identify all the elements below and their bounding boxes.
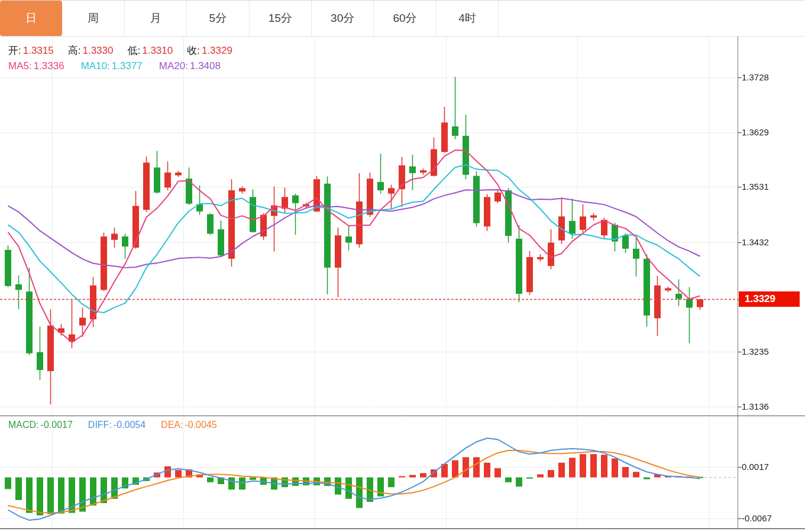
- axis-tick-label: 1.3531: [742, 181, 769, 192]
- axis-tick-label: -0.0067: [742, 513, 772, 523]
- tab-周[interactable]: 周: [62, 1, 124, 36]
- current-price-flag: 1.3329: [739, 291, 800, 307]
- tab-日[interactable]: 日: [0, 1, 62, 36]
- tab-5分[interactable]: 5分: [187, 1, 249, 36]
- axis-tick-label: 1.3728: [742, 72, 769, 82]
- axis-tick-label: 1.3432: [742, 237, 769, 247]
- axis-tick-label: 1.3136: [742, 401, 769, 411]
- current-price-value: 1.3329: [745, 293, 775, 304]
- axis-tick-label: 0.0017: [742, 462, 769, 472]
- period-tab-bar: 日周月5分15分30分60分4时: [0, 0, 805, 37]
- tab-15分[interactable]: 15分: [250, 1, 312, 36]
- axis-tick-label: 1.3235: [742, 346, 769, 356]
- tab-4时[interactable]: 4时: [437, 1, 499, 36]
- trading-chart-app: 日周月5分15分30分60分4时 开:1.3315高:1.3330低:1.331…: [0, 0, 805, 532]
- tab-30分[interactable]: 30分: [312, 1, 374, 36]
- candlestick-macd-chart-canvas[interactable]: [0, 0, 805, 532]
- axis-tick-label: 1.3629: [742, 127, 769, 137]
- tab-60分[interactable]: 60分: [374, 1, 436, 36]
- tab-月[interactable]: 月: [125, 1, 187, 36]
